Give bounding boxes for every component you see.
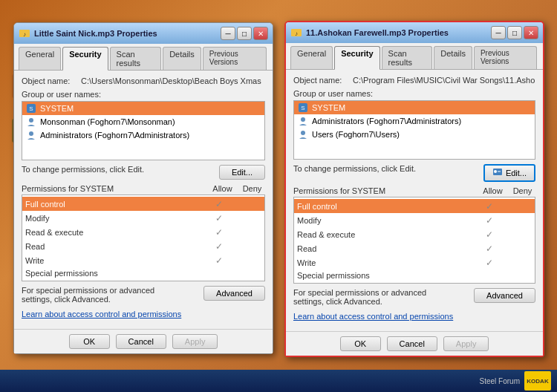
svg-text:♪: ♪ — [23, 31, 26, 38]
dialog-1-permissions: Permissions for SYSTEM Allow Deny Full c… — [22, 184, 265, 281]
user-icon-3 — [297, 116, 309, 126]
dialog-2-cancel[interactable]: Cancel — [387, 336, 437, 351]
edit-icon — [492, 168, 503, 178]
dialog-1-perm-for: Permissions for SYSTEM — [22, 184, 206, 193]
dialog-2-user-admins[interactable]: Administrators (Foghorn7\Administrators) — [294, 114, 535, 128]
dialog-2-perm-modify[interactable]: Modify — [294, 213, 535, 227]
dialog-1-edit-button[interactable]: Edit... — [219, 165, 265, 180]
dialog-1-tab-prev[interactable]: Previous Versions — [203, 47, 267, 70]
dialog-2-edit-row: To change permissions, click Edit. Edit.… — [293, 164, 535, 182]
dialog-1-ok[interactable]: OK — [69, 334, 110, 349]
dialog-1-deny-label: Deny — [239, 184, 265, 193]
dialog-2-advanced-button[interactable]: Advanced — [474, 288, 535, 303]
dialog-1-object-value: C:\Users\Monsonman\Desktop\Beach Boys Xm… — [81, 76, 261, 85]
dialog-1-cancel[interactable]: Cancel — [116, 334, 166, 349]
dialog-2-apply[interactable]: Apply — [443, 336, 489, 351]
dialog-2-perm-write[interactable]: Write — [294, 255, 535, 270]
dialog-1-advanced-button[interactable]: Advanced — [203, 286, 265, 301]
dialog-1-learn-link[interactable]: Learn about access control and permissio… — [22, 310, 265, 318]
dialog-2-perm-special[interactable]: Special permissions — [294, 270, 535, 281]
dialog-2-tab-security[interactable]: Security — [334, 46, 380, 70]
dialog-2-titlebar[interactable]: ♪ 11.Ashokan Farewell.mp3 Properties ─ □… — [286, 22, 543, 43]
dialog-1-bottom: OK Cancel Apply — [14, 329, 273, 353]
dialog-1-user-admins[interactable]: Administrators (Foghorn7\Administrators) — [22, 128, 264, 142]
dialog-1-tab-general[interactable]: General — [19, 47, 61, 70]
dialog-2-bottom: OK Cancel Apply — [286, 331, 543, 356]
svg-text:S: S — [29, 105, 33, 112]
dialog-2-group-label: Group or user names: — [293, 89, 535, 98]
dialog-1-edit-row: To change permissions, click Edit. Edit.… — [22, 165, 265, 180]
dialog-2-user-list[interactable]: S SYSTEM Administrators (Foghorn7\Admini… — [293, 100, 535, 160]
dialog-2-close[interactable]: ✕ — [524, 26, 538, 39]
taskbar-right: Steel Forum KODAK — [480, 371, 551, 391]
desktop: 📁 🎵 Xm ♪ Little Saint Nick.mp3 Propertie… — [0, 0, 557, 392]
dialog-2-deny-label: Deny — [509, 186, 535, 195]
dialog-1-perm-read-exec[interactable]: Read & execute — [22, 225, 264, 239]
svg-point-4 — [29, 118, 33, 122]
dialog-1-user-system-name: SYSTEM — [40, 104, 74, 113]
dialog-1-perm-read[interactable]: Read — [22, 239, 264, 253]
svg-point-11 — [301, 131, 305, 135]
dialog-1-tab-details[interactable]: Details — [163, 47, 201, 70]
dialog-1-perm-special[interactable]: Special permissions — [22, 267, 264, 279]
dialog-2-edit-label: Edit... — [506, 169, 527, 177]
dialog-2-user-users[interactable]: Users (Foghorn7\Users) — [294, 128, 535, 141]
dialog-1-user-list[interactable]: S SYSTEM Monsonman (Foghorn7\Monsonman) — [22, 101, 265, 160]
dialog-2-perm-read[interactable]: Read — [294, 241, 535, 255]
dialog-2-edit-button[interactable]: Edit... — [483, 164, 535, 182]
dialog-2-tab-prev[interactable]: Previous Versions — [474, 46, 537, 69]
dialog-1-restore[interactable]: □ — [237, 27, 252, 40]
svg-text:S: S — [301, 105, 304, 111]
dialog-1-user-system[interactable]: S SYSTEM — [22, 102, 264, 115]
dialog-1-perm-header: Permissions for SYSTEM Allow Deny — [22, 184, 265, 193]
dialog-1-minimize[interactable]: ─ — [221, 27, 235, 40]
dialog-2-tab-scan[interactable]: Scan results — [382, 46, 433, 69]
system-icon-1: S — [25, 103, 37, 114]
user-icon-2 — [25, 130, 37, 140]
dialog-2-restore[interactable]: □ — [507, 26, 522, 39]
dialog-1-controls: ─ □ ✕ — [221, 27, 268, 40]
dialog-1-tab-scan[interactable]: Scan results — [110, 47, 162, 70]
dialog-1-object-label: Object name: — [22, 76, 81, 85]
dialog-1-perm-modify[interactable]: Modify — [22, 211, 264, 225]
dialog-1: ♪ Little Saint Nick.mp3 Properties ─ □ ✕… — [13, 22, 273, 354]
dialog-1-user-admins-name: Administrators (Foghorn7\Administrators) — [40, 131, 189, 140]
dialog-1-title: Little Saint Nick.mp3 Properties — [34, 29, 221, 38]
dialog-1-special-text: For special permissions or advanced sett… — [22, 286, 185, 304]
dialog-1-close[interactable]: ✕ — [253, 27, 268, 40]
system-icon-2: S — [297, 102, 309, 113]
dialog-1-object-row: Object name: C:\Users\Monsonman\Desktop\… — [22, 76, 265, 85]
dialog-2-user-admins-name: Administrators (Foghorn7\Administrators) — [312, 117, 461, 125]
svg-point-10 — [301, 117, 305, 122]
dialog-2-special-text: For special permissions or advanced sett… — [293, 288, 457, 306]
dialog-2-object-value: C:\Program Files\MUSIC\Civil War Songs\1… — [353, 76, 535, 85]
svg-point-5 — [29, 131, 33, 136]
dialog-2-tab-details[interactable]: Details — [434, 46, 472, 69]
dialog-2-user-system-name: SYSTEM — [312, 103, 345, 112]
dialog-2-permissions: Permissions for SYSTEM Allow Deny Full c… — [293, 186, 535, 284]
dialog-2-tab-general[interactable]: General — [290, 46, 333, 69]
dialog-1-perm-write[interactable]: Write — [22, 253, 264, 267]
dialog-2-controls: ─ □ ✕ — [491, 26, 538, 39]
dialog-2-perm-list: Full control Modify Read & execute — [293, 197, 535, 284]
dialog-2-perm-for: Permissions for SYSTEM — [293, 186, 476, 195]
user-icon-1 — [25, 117, 37, 127]
dialog-2-user-system[interactable]: S SYSTEM — [294, 101, 535, 114]
dialog-1-body: Object name: C:\Users\Monsonman\Desktop\… — [14, 71, 273, 329]
dialog-2-minimize[interactable]: ─ — [491, 26, 506, 39]
dialog-2-icon: ♪ — [290, 27, 302, 39]
dialog-1-tab-security[interactable]: Security — [62, 47, 108, 71]
dialog-2-perm-read-exec[interactable]: Read & execute — [294, 227, 535, 241]
taskbar-text: Steel Forum — [480, 377, 520, 385]
dialog-2-perm-header: Permissions for SYSTEM Allow Deny — [293, 186, 535, 195]
dialog-2-ok[interactable]: OK — [340, 336, 381, 351]
dialog-1-titlebar[interactable]: ♪ Little Saint Nick.mp3 Properties ─ □ ✕ — [14, 23, 273, 44]
dialog-2-tabs: General Security Scan results Details Pr… — [286, 43, 543, 70]
dialog-2-perm-full[interactable]: Full control — [294, 199, 535, 213]
taskbar: Steel Forum KODAK — [0, 370, 557, 392]
dialog-1-user-monsonman[interactable]: Monsonman (Foghorn7\Monsonman) — [22, 115, 264, 128]
dialog-2-learn-link[interactable]: Learn about access control and permissio… — [293, 312, 535, 321]
dialog-2: ♪ 11.Ashokan Farewell.mp3 Properties ─ □… — [284, 21, 544, 357]
dialog-1-perm-full[interactable]: Full control — [22, 197, 264, 211]
dialog-1-apply[interactable]: Apply — [172, 334, 218, 349]
